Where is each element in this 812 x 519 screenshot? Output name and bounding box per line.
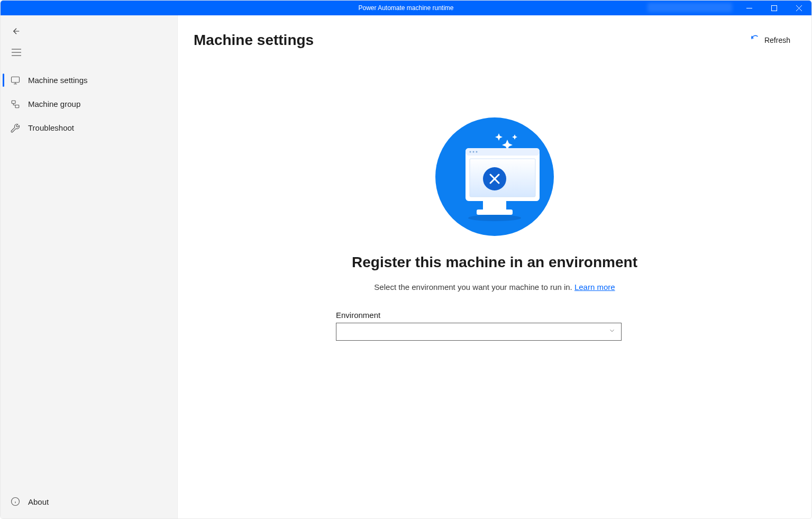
close-button[interactable] (787, 1, 811, 15)
svg-rect-26 (477, 210, 513, 215)
minimize-button[interactable] (737, 1, 762, 15)
about-label: About (28, 497, 49, 506)
nav-label: Machine settings (28, 76, 88, 85)
sidebar: Machine settings Machine group Troublesh… (1, 15, 178, 518)
sidebar-footer: About (1, 491, 177, 518)
nav-label: Troubleshoot (28, 123, 74, 132)
content-area: Machine settings Refresh (178, 15, 811, 518)
window-title: Power Automate machine runtime (358, 4, 453, 12)
refresh-icon (751, 34, 760, 45)
title-bar: Power Automate machine runtime (1, 1, 811, 15)
refresh-button[interactable]: Refresh (745, 31, 796, 49)
svg-rect-11 (15, 105, 19, 107)
svg-point-18 (470, 151, 471, 153)
register-subtext-text: Select the environment you want your mac… (374, 283, 574, 292)
content-header: Machine settings Refresh (194, 31, 796, 49)
monitor-icon (10, 75, 21, 86)
nav-label: Machine group (28, 99, 80, 108)
register-section: Register this machine in an environment … (194, 117, 796, 341)
nav-troubleshoot[interactable]: Troubleshoot (1, 116, 177, 140)
nav-machine-group[interactable]: Machine group (1, 92, 177, 116)
svg-point-27 (468, 215, 521, 221)
nav-about[interactable]: About (1, 491, 177, 512)
environment-form-group: Environment (336, 311, 622, 341)
svg-point-19 (473, 151, 475, 153)
chevron-down-icon (608, 327, 616, 336)
environment-label: Environment (336, 311, 622, 320)
refresh-label: Refresh (764, 36, 790, 44)
info-icon (10, 496, 21, 507)
main-layout: Machine settings Machine group Troublesh… (1, 15, 811, 518)
svg-rect-7 (12, 77, 20, 83)
hamburger-button[interactable] (8, 42, 30, 63)
environment-dropdown[interactable] (336, 323, 622, 341)
page-title: Machine settings (194, 32, 314, 49)
svg-rect-10 (12, 101, 15, 103)
learn-more-link[interactable]: Learn more (574, 283, 615, 292)
nav-list: Machine settings Machine group Troublesh… (1, 68, 177, 140)
window-controls (737, 1, 811, 15)
svg-point-20 (476, 151, 478, 153)
register-illustration (435, 117, 554, 236)
back-button[interactable] (8, 21, 30, 42)
group-icon (10, 99, 21, 110)
svg-rect-25 (483, 201, 506, 210)
user-account-blurred (647, 3, 732, 12)
nav-machine-settings[interactable]: Machine settings (1, 68, 177, 92)
register-subtext: Select the environment you want your mac… (374, 283, 615, 292)
maximize-button[interactable] (762, 1, 787, 15)
svg-rect-1 (772, 5, 777, 11)
register-heading: Register this machine in an environment (352, 254, 637, 271)
wrench-icon (10, 123, 21, 133)
